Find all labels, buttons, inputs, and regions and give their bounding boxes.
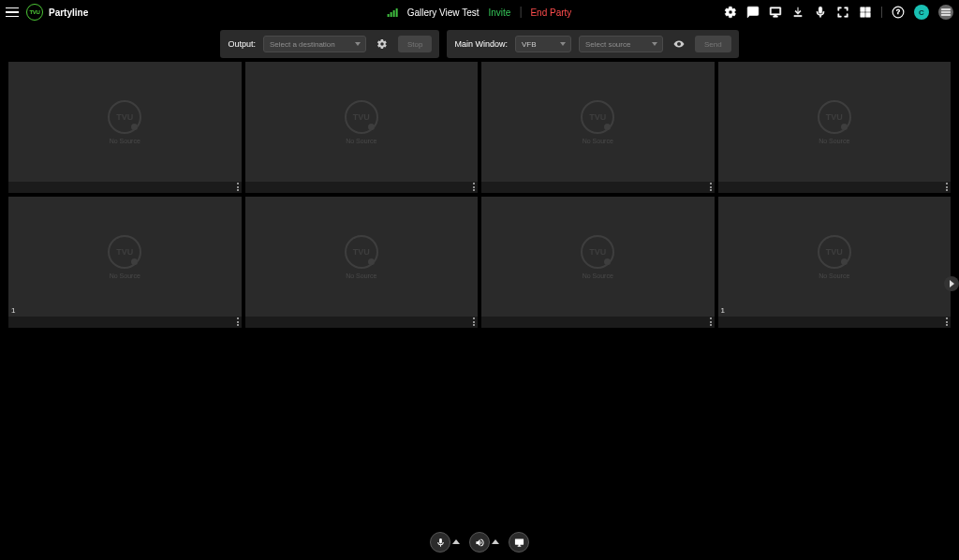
source-placeholder: Select source	[585, 40, 630, 49]
mic-control	[430, 532, 460, 553]
placeholder-logo: TVU	[108, 100, 141, 134]
tile-footer	[481, 317, 715, 328]
video-tile[interactable]: TVUNo Source	[718, 62, 952, 193]
tile-body: TVUNo Source	[8, 197, 242, 317]
no-source-label: No Source	[346, 138, 376, 144]
no-source-label: No Source	[110, 273, 140, 279]
grid-icon[interactable]	[859, 6, 872, 19]
app-logo: TVU	[26, 4, 43, 21]
no-source-label: No Source	[583, 273, 613, 279]
video-tile[interactable]: TVUNo Source	[481, 197, 715, 328]
no-source-label: No Source	[583, 138, 613, 144]
settings-icon[interactable]	[724, 6, 737, 19]
expand-arrow-button[interactable]	[944, 276, 959, 291]
list-toggle-icon[interactable]	[938, 5, 953, 20]
video-grid: TVUNo SourceTVUNo SourceTVUNo SourceTVUN…	[0, 58, 959, 328]
tile-menu-button[interactable]	[237, 183, 239, 191]
signal-icon	[388, 7, 398, 17]
placeholder-logo: TVU	[581, 235, 614, 269]
chat-icon[interactable]	[746, 6, 760, 19]
preview-button[interactable]	[671, 36, 687, 52]
tile-body: TVUNo Source	[718, 62, 952, 182]
header-center: Gallery View Test Invite End Party	[388, 7, 572, 18]
help-icon[interactable]: ?	[892, 6, 905, 19]
tile-menu-button[interactable]	[946, 183, 948, 191]
tile-body: TVUNo Source	[245, 197, 479, 317]
session-name: Gallery View Test	[407, 7, 480, 18]
tile-menu-button[interactable]	[473, 317, 475, 326]
menu-icon[interactable]	[6, 5, 21, 20]
placeholder-logo: TVU	[818, 100, 851, 134]
tile-menu-button[interactable]	[710, 317, 712, 326]
source-select[interactable]: Select source	[579, 36, 663, 52]
speaker-button[interactable]	[469, 532, 490, 553]
destination-select[interactable]: Select a destination	[263, 36, 366, 52]
tile-footer	[481, 182, 715, 193]
app-name: Partyline	[49, 7, 88, 18]
invite-link[interactable]: Invite	[489, 7, 511, 18]
video-tile[interactable]: TVUNo Source	[245, 197, 479, 328]
tile-footer	[718, 317, 952, 328]
main-label: Main Window:	[454, 39, 508, 49]
no-source-label: No Source	[346, 273, 376, 279]
video-tile[interactable]: TVUNo Source	[245, 62, 479, 193]
video-tile[interactable]: TVUNo Source	[481, 62, 715, 193]
svg-text:?: ?	[896, 8, 900, 15]
main-window-panel: Main Window: VFB Select source Send	[447, 30, 738, 58]
mic-button[interactable]	[430, 532, 450, 553]
fullscreen-icon[interactable]	[836, 6, 849, 19]
send-button[interactable]: Send	[695, 36, 731, 52]
stop-button[interactable]: Stop	[398, 36, 432, 52]
controls-row: Output: Select a destination Stop Main W…	[0, 30, 959, 58]
tile-body: TVUNo Source	[8, 62, 242, 182]
window-select[interactable]: VFB	[515, 36, 571, 52]
display-icon[interactable]	[769, 6, 782, 19]
placeholder-logo: TVU	[581, 100, 614, 134]
tile-footer	[245, 182, 479, 193]
placeholder-logo: TVU	[345, 235, 378, 269]
tile-menu-button[interactable]	[710, 183, 712, 191]
video-tile[interactable]: TVUNo Source1	[718, 197, 952, 328]
placeholder-logo: TVU	[345, 100, 378, 134]
share-screen-button[interactable]	[509, 532, 529, 553]
tile-menu-button[interactable]	[946, 317, 948, 326]
tile-body: TVUNo Source	[245, 62, 479, 182]
mic-icon[interactable]	[814, 6, 827, 19]
placeholder-logo: TVU	[108, 235, 141, 269]
output-panel: Output: Select a destination Stop	[220, 30, 439, 58]
tile-body: TVUNo Source	[481, 197, 715, 317]
destination-placeholder: Select a destination	[270, 40, 335, 49]
end-party-link[interactable]: End Party	[530, 7, 571, 18]
video-tile[interactable]: TVUNo Source	[8, 62, 242, 193]
chevron-down-icon	[560, 42, 566, 46]
tile-menu-button[interactable]	[473, 183, 475, 191]
tile-footer	[8, 317, 242, 328]
speaker-options-button[interactable]	[492, 538, 499, 546]
video-tile[interactable]: TVUNo Source1	[8, 197, 242, 328]
tile-menu-button[interactable]	[237, 317, 239, 326]
tile-footer	[718, 182, 952, 193]
divider	[520, 7, 521, 18]
header-right: ? C	[724, 5, 953, 20]
divider	[881, 7, 882, 18]
tile-footer	[8, 182, 242, 193]
chevron-down-icon	[652, 42, 657, 46]
tile-body: TVUNo Source	[481, 62, 715, 182]
app-header: TVU Partyline Gallery View Test Invite E…	[0, 0, 959, 24]
placeholder-logo: TVU	[818, 235, 851, 269]
tile-footer	[245, 317, 479, 328]
output-settings-button[interactable]	[374, 36, 391, 52]
user-avatar[interactable]: C	[914, 5, 929, 20]
tile-body: TVUNo Source	[718, 197, 952, 317]
window-value: VFB	[522, 40, 537, 49]
speaker-control	[469, 532, 499, 553]
no-source-label: No Source	[110, 138, 140, 144]
mic-options-button[interactable]	[452, 538, 460, 546]
chevron-down-icon	[355, 42, 361, 46]
bottom-controls	[430, 532, 529, 553]
tile-number: 1	[721, 306, 725, 315]
download-icon[interactable]	[791, 6, 804, 19]
no-source-label: No Source	[819, 273, 849, 279]
no-source-label: No Source	[819, 138, 849, 144]
tile-number: 1	[11, 306, 15, 315]
